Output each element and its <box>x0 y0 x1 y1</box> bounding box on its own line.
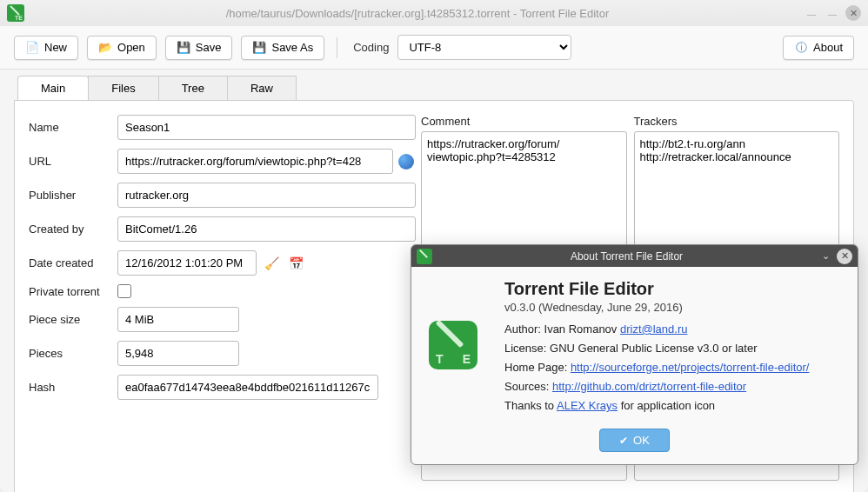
createdby-input[interactable] <box>117 216 416 242</box>
ok-button[interactable]: ✔ OK <box>599 429 670 452</box>
about-label: About <box>813 41 843 54</box>
document-icon: 📄 <box>25 41 39 55</box>
author-email-link[interactable]: drizt@land.ru <box>620 322 688 336</box>
datecreated-label: Date created <box>29 256 117 269</box>
titlebar: /home/taurus/Downloads/[rutracker.org].t… <box>0 0 868 26</box>
about-heading: Torrent File Editor <box>504 279 844 299</box>
publisher-label: Publisher <box>29 189 117 202</box>
tab-raw[interactable]: Raw <box>227 76 297 101</box>
clear-date-button[interactable]: 🧹 <box>262 254 281 273</box>
new-label: New <box>44 41 67 54</box>
about-app-icon: T E <box>425 321 491 369</box>
new-button[interactable]: 📄 New <box>14 36 78 60</box>
about-version: v0.3.0 (Wednesday, June 29, 2016) <box>504 301 844 314</box>
separator <box>337 37 337 58</box>
saveas-label: Save As <box>271 41 313 54</box>
calendar-button[interactable]: 📅 <box>286 254 305 273</box>
comment-label: Comment <box>421 115 627 128</box>
piecesize-label: Piece size <box>29 313 117 326</box>
about-author: Author: Ivan Romanov drizt@land.ru <box>504 322 844 336</box>
trackers-label: Trackers <box>634 115 840 128</box>
hash-input[interactable] <box>117 375 378 400</box>
info-icon: ⓘ <box>794 41 808 55</box>
about-titlebar: About Torrent File Editor ⌄ ✕ <box>411 245 858 267</box>
name-label: Name <box>29 121 117 134</box>
check-icon: ✔ <box>619 435 628 447</box>
main-window: /home/taurus/Downloads/[rutracker.org].t… <box>0 0 868 492</box>
url-input[interactable] <box>117 149 393 174</box>
save-icon: 💾 <box>177 41 190 55</box>
about-button[interactable]: ⓘ About <box>783 36 854 60</box>
name-input[interactable] <box>117 115 416 140</box>
about-thanks: Thanks to ALEX Krays for application ico… <box>504 399 844 412</box>
tab-tree[interactable]: Tree <box>158 76 228 101</box>
save-button[interactable]: 💾 Save <box>165 36 233 60</box>
open-label: Open <box>117 41 145 54</box>
open-url-button[interactable] <box>397 152 416 171</box>
about-collapse-button[interactable]: ⌄ <box>818 249 833 264</box>
window-title: /home/taurus/Downloads/[rutracker.org].t… <box>31 7 804 20</box>
app-icon <box>7 4 24 22</box>
createdby-label: Created by <box>29 223 117 236</box>
app-icon <box>417 249 432 264</box>
globe-icon <box>398 154 414 170</box>
broom-icon: 🧹 <box>264 256 279 270</box>
about-license: License: GNU General Public License v3.0… <box>504 342 844 355</box>
about-dialog-title: About Torrent File Editor <box>439 250 814 263</box>
tab-main[interactable]: Main <box>17 76 89 101</box>
homepage-link[interactable]: http://sourceforge.net/projects/torrent-… <box>571 361 810 374</box>
save-icon: 💾 <box>252 41 266 55</box>
hash-label: Hash <box>29 381 117 394</box>
tabs: Main Files Tree Raw <box>17 75 868 100</box>
pieces-input[interactable] <box>117 341 239 366</box>
private-label: Private torrent <box>29 285 117 298</box>
datecreated-input[interactable] <box>117 250 257 276</box>
calendar-icon: 📅 <box>289 256 304 270</box>
coding-select[interactable]: UTF-8 <box>397 35 571 60</box>
maximize-button[interactable] <box>825 5 840 21</box>
private-checkbox[interactable] <box>117 284 131 298</box>
thanks-link[interactable]: ALEX Krays <box>557 399 618 412</box>
minimize-button[interactable] <box>804 5 819 21</box>
close-button[interactable]: ✕ <box>845 5 861 21</box>
publisher-input[interactable] <box>117 183 416 208</box>
pieces-label: Pieces <box>29 347 117 360</box>
tab-files[interactable]: Files <box>88 76 158 101</box>
piecesize-input[interactable] <box>117 307 239 332</box>
about-dialog: About Torrent File Editor ⌄ ✕ T E Torren… <box>411 244 858 465</box>
folder-icon: 📂 <box>98 41 112 55</box>
toolbar: 📄 New 📂 Open 💾 Save 💾 Save As Coding UTF… <box>0 26 868 70</box>
save-label: Save <box>196 41 222 54</box>
about-homepage: Home Page: http://sourceforge.net/projec… <box>504 361 844 374</box>
about-close-button[interactable]: ✕ <box>837 249 852 264</box>
about-sources: Sources: http://github.com/drizt/torrent… <box>504 380 844 393</box>
save-as-button[interactable]: 💾 Save As <box>241 36 324 60</box>
coding-label: Coding <box>353 41 389 54</box>
open-button[interactable]: 📂 Open <box>87 36 157 60</box>
sources-link[interactable]: http://github.com/drizt/torrent-file-edi… <box>552 380 746 393</box>
form-column: Name URL Publisher Created by Date creat… <box>29 115 416 481</box>
url-label: URL <box>29 155 117 168</box>
ok-label: OK <box>633 434 650 447</box>
